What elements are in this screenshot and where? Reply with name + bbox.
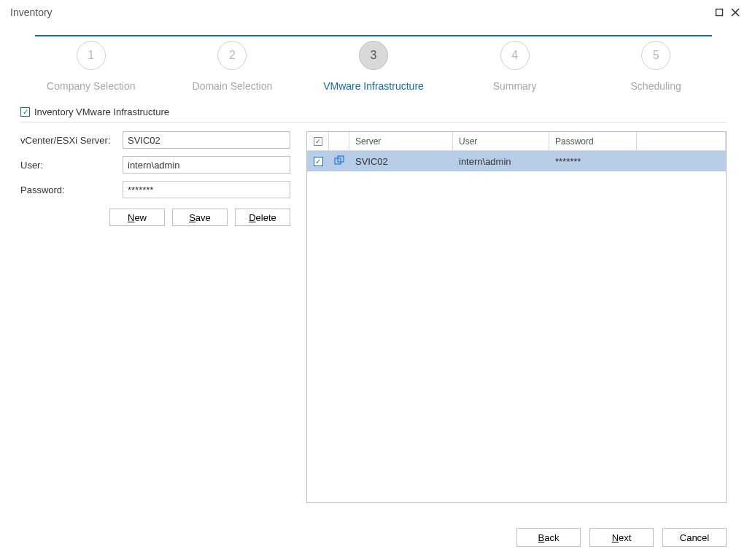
row-server: SVIC02 <box>349 151 453 171</box>
step-domain-selection[interactable]: 2 Domain Selection <box>162 41 303 92</box>
grid-header-spacer <box>637 132 726 151</box>
delete-button[interactable]: Delete <box>235 209 290 226</box>
step-label: Scheduling <box>631 80 681 92</box>
server-input[interactable] <box>123 131 290 149</box>
next-button[interactable]: Next <box>589 528 654 547</box>
svg-rect-0 <box>716 9 723 16</box>
step-label: Summary <box>493 80 537 92</box>
separator <box>20 122 727 122</box>
step-label: Domain Selection <box>193 80 273 92</box>
grid-header-password[interactable]: Password <box>549 132 637 151</box>
inventory-vmware-label: Inventory VMware Infrastructure <box>34 106 169 117</box>
grid-header-server[interactable]: Server <box>349 132 453 151</box>
cancel-button[interactable]: Cancel <box>662 528 727 547</box>
save-button[interactable]: Save <box>172 209 228 226</box>
step-number: 1 <box>77 41 106 70</box>
grid-header-user[interactable]: User <box>453 132 549 151</box>
window-title: Inventory <box>10 7 53 18</box>
row-user: intern\admin <box>453 151 549 171</box>
wizard-stepper: 1 Company Selection 2 Domain Selection 3… <box>0 20 747 106</box>
step-label: Company Selection <box>47 80 135 92</box>
close-icon[interactable] <box>731 8 740 17</box>
password-input[interactable] <box>123 181 290 198</box>
password-label: Password: <box>20 184 123 195</box>
step-scheduling[interactable]: 5 Scheduling <box>585 41 727 92</box>
new-button[interactable]: New <box>109 209 165 226</box>
row-checkbox[interactable] <box>314 157 323 166</box>
vm-icon <box>329 151 349 171</box>
step-label: VMware Infrastructure <box>323 80 424 92</box>
grid-header-icon <box>329 132 349 151</box>
table-row[interactable]: SVIC02 intern\admin ******* <box>307 151 726 171</box>
step-company-selection[interactable]: 1 Company Selection <box>20 41 162 92</box>
server-label: vCenter/ESXi Server: <box>20 135 123 146</box>
server-grid: Server User Password SVIC02 intern\admin <box>306 131 727 503</box>
step-summary[interactable]: 4 Summary <box>444 41 586 92</box>
step-number: 5 <box>641 41 670 70</box>
inventory-vmware-checkbox[interactable] <box>20 107 30 117</box>
step-number: 3 <box>359 41 388 70</box>
back-button[interactable]: Back <box>516 528 581 547</box>
user-label: User: <box>20 160 123 171</box>
user-input[interactable] <box>123 156 290 174</box>
step-number: 4 <box>500 41 530 70</box>
maximize-icon[interactable] <box>715 8 724 17</box>
step-number: 2 <box>217 41 247 70</box>
row-password: ******* <box>549 151 637 171</box>
step-vmware-infrastructure[interactable]: 3 VMware Infrastructure <box>303 41 444 92</box>
grid-header-checkbox[interactable] <box>307 132 329 151</box>
